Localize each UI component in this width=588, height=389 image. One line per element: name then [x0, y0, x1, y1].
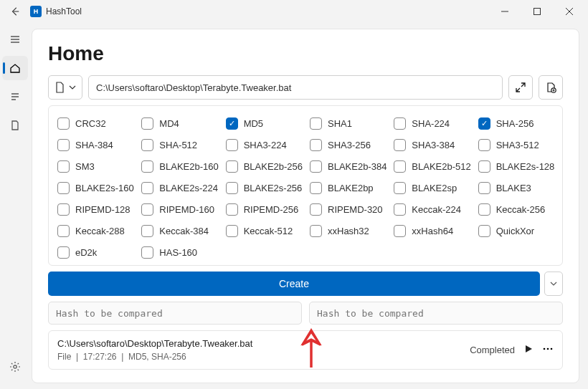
nav-document[interactable] [2, 113, 28, 138]
algo-blake2s256[interactable]: ✓BLAKE2s-256 [223, 178, 304, 198]
algo-crc32[interactable]: ✓CRC32 [54, 113, 136, 133]
checkbox[interactable]: ✓ [394, 182, 406, 194]
checkbox[interactable]: ✓ [478, 203, 490, 216]
algo-blake2b512[interactable]: ✓BLAKE2b-512 [391, 156, 472, 176]
checkbox[interactable]: ✓ [226, 225, 238, 237]
checkbox[interactable]: ✓ [226, 203, 238, 216]
checkbox[interactable]: ✓ [478, 225, 490, 237]
algo-blake2b384[interactable]: ✓BLAKE2b-384 [307, 156, 388, 176]
minimize-button[interactable] [488, 0, 521, 23]
algo-md4[interactable]: ✓MD4 [138, 113, 219, 133]
algo-blake2s224[interactable]: ✓BLAKE2s-224 [138, 178, 219, 198]
checkbox[interactable]: ✓ [141, 246, 153, 259]
checkbox[interactable]: ✓ [141, 139, 153, 151]
algo-blake2b160[interactable]: ✓BLAKE2b-160 [138, 156, 219, 176]
algo-sha256[interactable]: ✓SHA-256 [475, 113, 556, 133]
algo-sha3224[interactable]: ✓SHA3-224 [223, 135, 304, 155]
algo-ripemd320[interactable]: ✓RIPEMD-320 [307, 199, 388, 219]
open-file-button[interactable] [539, 75, 563, 100]
result-item[interactable]: C:\Users\softaro\Desktop\Terabyte.Tweake… [48, 330, 563, 370]
algo-blake2bp[interactable]: ✓BLAKE2bp [307, 178, 388, 198]
algo-blake2sp[interactable]: ✓BLAKE2sp [391, 178, 472, 198]
algo-label: SHA-224 [412, 118, 450, 129]
close-button[interactable] [553, 0, 585, 23]
checkbox[interactable]: ✓ [141, 182, 153, 194]
checkbox[interactable]: ✓ [141, 117, 153, 130]
checkbox[interactable]: ✓ [57, 139, 70, 151]
checkbox[interactable]: ✓ [394, 117, 406, 130]
checkbox[interactable]: ✓ [226, 139, 238, 151]
expand-button[interactable] [508, 75, 533, 100]
checkbox[interactable]: ✓ [478, 139, 490, 151]
checkbox[interactable]: ✓ [478, 117, 490, 130]
checkbox[interactable]: ✓ [57, 246, 70, 259]
nav-list[interactable] [2, 85, 28, 109]
checkbox[interactable]: ✓ [226, 182, 238, 194]
algo-keccak384[interactable]: ✓Keccak-384 [138, 221, 219, 241]
checkbox[interactable]: ✓ [310, 225, 322, 237]
maximize-button[interactable] [521, 0, 553, 23]
checkbox[interactable]: ✓ [141, 225, 153, 237]
checkbox[interactable]: ✓ [226, 117, 238, 130]
create-dropdown[interactable] [544, 272, 563, 296]
checkbox[interactable]: ✓ [310, 139, 322, 151]
algo-keccak288[interactable]: ✓Keccak-288 [54, 221, 136, 241]
checkbox[interactable]: ✓ [394, 139, 406, 151]
checkbox[interactable]: ✓ [394, 160, 406, 173]
nav-settings[interactable] [2, 355, 28, 379]
checkbox[interactable]: ✓ [57, 160, 70, 173]
nav-home[interactable] [2, 56, 28, 80]
file-path-field[interactable] [88, 75, 503, 100]
algo-has160[interactable]: ✓HAS-160 [138, 242, 219, 262]
algo-blake2b256[interactable]: ✓BLAKE2b-256 [223, 156, 304, 176]
checkbox[interactable]: ✓ [478, 160, 490, 173]
checkbox[interactable]: ✓ [226, 160, 238, 173]
checkbox[interactable]: ✓ [310, 203, 322, 216]
algo-keccak512[interactable]: ✓Keccak-512 [223, 221, 304, 241]
algo-sha512[interactable]: ✓SHA-512 [138, 135, 219, 155]
algo-sha3512[interactable]: ✓SHA3-512 [475, 135, 556, 155]
checkbox[interactable]: ✓ [394, 225, 406, 237]
back-button[interactable] [7, 4, 23, 19]
checkbox[interactable]: ✓ [57, 117, 70, 130]
checkbox[interactable]: ✓ [141, 203, 153, 216]
compare-hash-left[interactable] [48, 302, 302, 325]
file-type-dropdown[interactable] [48, 75, 82, 100]
checkbox[interactable]: ✓ [57, 203, 70, 216]
algo-ripemd128[interactable]: ✓RIPEMD-128 [54, 199, 136, 219]
more-icon[interactable] [542, 344, 554, 356]
algo-ed2k[interactable]: ✓eD2k [54, 242, 136, 262]
algo-ripemd160[interactable]: ✓RIPEMD-160 [138, 199, 219, 219]
checkbox[interactable]: ✓ [394, 203, 406, 216]
algo-sha1[interactable]: ✓SHA1 [307, 113, 388, 133]
algo-ripemd256[interactable]: ✓RIPEMD-256 [223, 199, 304, 219]
checkbox[interactable]: ✓ [57, 182, 70, 194]
title-bar: H HashTool [0, 0, 588, 23]
algo-sha384[interactable]: ✓SHA-384 [54, 135, 136, 155]
play-icon[interactable] [523, 344, 534, 356]
checkbox[interactable]: ✓ [310, 117, 322, 130]
algo-blake2s128[interactable]: ✓BLAKE2s-128 [475, 156, 556, 176]
algo-blake2s160[interactable]: ✓BLAKE2s-160 [54, 178, 136, 198]
checkbox[interactable]: ✓ [57, 225, 70, 237]
checkbox[interactable]: ✓ [478, 182, 490, 194]
algo-xxhash64[interactable]: ✓xxHash64 [391, 221, 472, 241]
nav-menu-button[interactable] [2, 27, 28, 52]
checkbox[interactable]: ✓ [310, 160, 322, 173]
algo-xxhash32[interactable]: ✓xxHash32 [307, 221, 388, 241]
checkbox[interactable]: ✓ [141, 160, 153, 173]
algo-quickxor[interactable]: ✓QuickXor [475, 221, 556, 241]
create-button[interactable]: Create [48, 272, 540, 296]
algo-sha3384[interactable]: ✓SHA3-384 [391, 135, 472, 155]
folder-open-icon [545, 82, 556, 93]
algo-blake3[interactable]: ✓BLAKE3 [475, 178, 556, 198]
checkbox[interactable]: ✓ [310, 182, 322, 194]
compare-hash-right[interactable] [309, 302, 563, 325]
algo-keccak224[interactable]: ✓Keccak-224 [391, 199, 472, 219]
algo-sha224[interactable]: ✓SHA-224 [391, 113, 472, 133]
file-path-input[interactable] [96, 82, 495, 93]
algo-keccak256[interactable]: ✓Keccak-256 [475, 199, 556, 219]
algo-sm3[interactable]: ✓SM3 [54, 156, 136, 176]
algo-md5[interactable]: ✓MD5 [223, 113, 304, 133]
algo-sha3256[interactable]: ✓SHA3-256 [307, 135, 388, 155]
